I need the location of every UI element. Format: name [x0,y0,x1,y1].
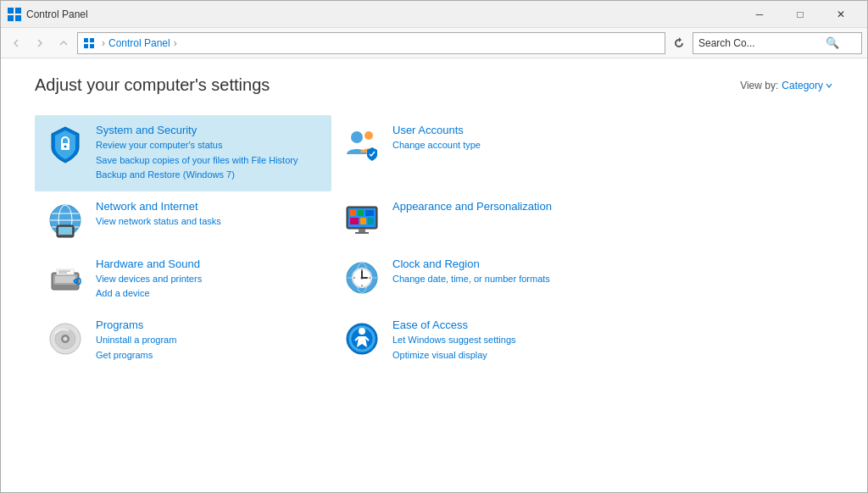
svg-rect-21 [350,210,356,216]
view-by-dropdown[interactable]: Category [782,80,833,91]
back-button[interactable] [6,33,26,53]
svg-rect-2 [8,15,14,21]
up-button[interactable] [53,33,74,53]
category-clock-region[interactable]: Clock and Region Change date, time, or n… [331,249,628,310]
category-network-internet[interactable]: Network and Internet View network status… [35,191,331,249]
refresh-button[interactable] [669,33,689,53]
svg-rect-23 [365,210,374,216]
main-content: Adjust your computer's settings View by:… [1,58,867,493]
category-ease-of-access[interactable]: Ease of Access Let Windows suggest setti… [331,310,628,371]
svg-point-10 [351,131,363,143]
page-title: Adjust your computer's settings [35,75,270,95]
svg-rect-0 [8,8,14,14]
search-box[interactable]: 🔍 [693,32,862,54]
view-by: View by: Category [740,80,833,91]
category-hardware-sound[interactable]: Hardware and Sound View devices and prin… [35,249,331,310]
page-header: Adjust your computer's settings View by:… [35,75,833,95]
svg-point-9 [64,146,67,148]
minimize-button[interactable]: ─ [740,1,779,28]
svg-rect-26 [368,218,374,224]
system-security-name[interactable]: System and Security [96,124,321,136]
search-input[interactable] [698,37,826,49]
svg-rect-22 [358,210,364,216]
programs-name[interactable]: Programs [96,319,321,331]
user-accounts-link-1[interactable]: Change account type [392,138,618,153]
categories-grid: System and Security Review your computer… [35,115,628,371]
hardware-sound-name[interactable]: Hardware and Sound [96,258,321,270]
svg-point-11 [364,131,373,140]
category-system-security[interactable]: System and Security Review your computer… [35,115,331,191]
svg-rect-25 [360,218,366,224]
maximize-button[interactable]: □ [781,1,820,28]
appearance-text: Appearance and Personalization [392,200,618,214]
address-box[interactable]: › Control Panel › [77,32,665,54]
system-security-text: System and Security Review your computer… [96,124,321,183]
user-accounts-icon [342,124,382,164]
view-by-label: View by: [740,80,778,91]
window-title: Control Panel [26,8,740,20]
ease-of-access-link-2[interactable]: Optimize visual display [392,348,618,363]
svg-rect-3 [15,15,21,21]
user-accounts-name[interactable]: User Accounts [392,124,618,136]
system-security-link-2[interactable]: Save backup copies of your files with Fi… [96,153,321,169]
svg-rect-7 [90,44,94,48]
svg-rect-32 [57,269,74,274]
clock-region-name[interactable]: Clock and Region [392,258,618,270]
hardware-sound-icon [45,258,86,298]
category-programs[interactable]: Programs Uninstall a program Get program… [35,310,331,371]
close-button[interactable]: ✕ [821,1,860,28]
address-bar: › Control Panel › 🔍 [1,28,867,58]
ease-of-access-name[interactable]: Ease of Access [392,319,618,331]
network-internet-name[interactable]: Network and Internet [96,200,321,213]
forward-button[interactable] [30,33,50,53]
system-security-link-3[interactable]: Backup and Restore (Windows 7) [96,168,321,183]
search-icon: 🔍 [826,36,839,49]
breadcrumb-control-panel[interactable]: Control Panel [108,37,170,49]
window-controls: ─ □ ✕ [740,1,860,28]
hardware-sound-text: Hardware and Sound View devices and prin… [96,258,321,302]
clock-region-icon [342,258,382,298]
category-user-accounts[interactable]: User Accounts Change account type [331,115,628,191]
ease-of-access-text: Ease of Access Let Windows suggest setti… [392,319,618,363]
programs-link-2[interactable]: Get programs [96,348,321,363]
svg-rect-5 [90,38,94,42]
svg-point-42 [361,276,364,279]
clock-region-link-1[interactable]: Change date, time, or number formats [392,272,618,287]
network-internet-text: Network and Internet View network status… [96,200,321,230]
svg-point-53 [359,328,365,335]
title-bar: Control Panel ─ □ ✕ [1,1,867,28]
svg-rect-1 [15,8,21,14]
svg-rect-4 [84,38,88,42]
svg-rect-28 [355,232,369,234]
programs-link-1[interactable]: Uninstall a program [96,333,321,348]
svg-rect-18 [58,227,72,235]
svg-rect-6 [84,44,88,48]
ease-of-access-icon [342,319,382,359]
programs-icon [45,319,86,359]
ease-of-access-link-1[interactable]: Let Windows suggest settings [392,333,618,348]
user-accounts-text: User Accounts Change account type [392,124,618,153]
category-appearance[interactable]: Appearance and Personalization [331,191,628,249]
svg-rect-27 [359,229,365,232]
svg-rect-24 [350,218,359,224]
hardware-sound-link-2[interactable]: Add a device [96,286,321,302]
svg-rect-31 [55,276,75,283]
system-security-link-1[interactable]: Review your computer's status [96,138,321,153]
appearance-icon [342,200,382,241]
programs-text: Programs Uninstall a program Get program… [96,319,321,363]
app-icon [8,8,21,21]
network-internet-icon [45,200,86,241]
system-security-icon [45,124,86,164]
svg-point-50 [64,336,68,341]
hardware-sound-link-1[interactable]: View devices and printers [96,272,321,287]
breadcrumb: › Control Panel › [83,37,177,49]
network-internet-link-1[interactable]: View network status and tasks [96,214,321,230]
appearance-name[interactable]: Appearance and Personalization [392,200,618,213]
clock-region-text: Clock and Region Change date, time, or n… [392,258,618,287]
